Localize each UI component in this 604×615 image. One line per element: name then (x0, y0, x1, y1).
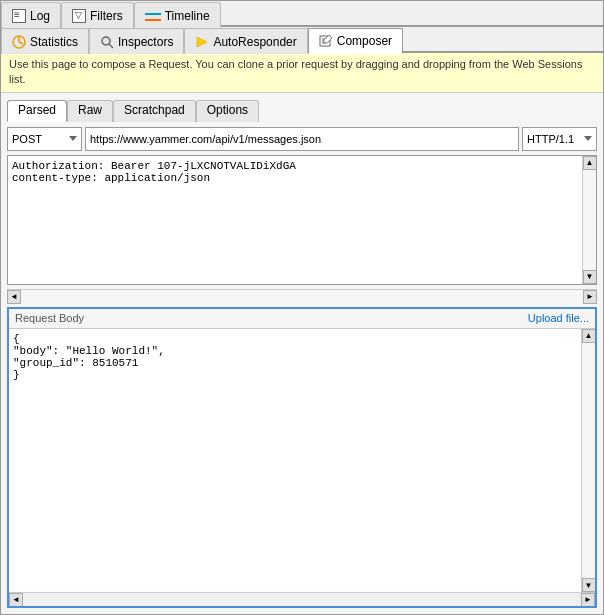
sub-tab-options[interactable]: Options (196, 100, 259, 122)
body-textarea[interactable] (9, 329, 581, 592)
body-scroll-track-v (582, 343, 595, 578)
tab-composer-label: Composer (337, 34, 392, 48)
body-scroll-down-arrow[interactable]: ▼ (582, 578, 596, 592)
svg-line-4 (109, 44, 113, 48)
tab-timeline-label: Timeline (165, 9, 210, 23)
filter-icon (72, 9, 86, 23)
body-scrollbar-h-row: ◄ ► (9, 592, 595, 606)
url-row: POST GET PUT DELETE HEAD PATCH HTTP/1.1 … (7, 127, 597, 151)
tab-filters[interactable]: Filters (61, 2, 134, 28)
stats-icon (12, 35, 26, 49)
info-bar: Use this page to compose a Request. You … (1, 53, 603, 93)
sub-tab-options-label: Options (207, 103, 248, 117)
sub-tab-scratchpad-label: Scratchpad (124, 103, 185, 117)
body-scroll-left-arrow[interactable]: ◄ (9, 593, 23, 607)
tab-filters-label: Filters (90, 9, 123, 23)
tab-autoresponder-label: AutoResponder (213, 35, 296, 49)
sub-tab-parsed[interactable]: Parsed (7, 100, 67, 122)
url-input[interactable] (85, 127, 519, 151)
sub-tab-row: Parsed Raw Scratchpad Options (7, 99, 597, 121)
scroll-up-arrow[interactable]: ▲ (583, 156, 597, 170)
tab-statistics[interactable]: Statistics (1, 28, 89, 54)
request-body-header: Request Body Upload file... (9, 309, 595, 329)
log-icon (12, 9, 26, 23)
tab-autoresponder[interactable]: AutoResponder (184, 28, 307, 54)
body-scrollbar-v[interactable]: ▲ ▼ (581, 329, 595, 592)
request-body-label: Request Body (15, 312, 84, 324)
scroll-left-arrow[interactable]: ◄ (7, 290, 21, 304)
scroll-track-v (583, 170, 596, 270)
body-scroll-track-h (23, 593, 581, 606)
headers-scrollbar-v[interactable]: ▲ ▼ (582, 156, 596, 284)
headers-scrollbar-h-row: ◄ ► (7, 289, 597, 303)
body-scroll-right-arrow[interactable]: ► (581, 593, 595, 607)
scroll-track-h (21, 290, 583, 303)
content-area: Parsed Raw Scratchpad Options POST GET P… (1, 93, 603, 614)
tab-row1-spacer (221, 1, 603, 26)
main-window: Log Filters Timeline (0, 0, 604, 615)
tab-inspectors-label: Inspectors (118, 35, 173, 49)
tab-row-2: Statistics Inspectors AutoResponder (1, 27, 603, 53)
timeline-icon (145, 11, 161, 23)
body-scroll-up-arrow[interactable]: ▲ (582, 329, 596, 343)
headers-textarea[interactable] (8, 156, 582, 284)
request-body-section: Request Body Upload file... ▲ ▼ ◄ ► (7, 307, 597, 608)
scroll-right-arrow[interactable]: ► (583, 290, 597, 304)
autoresponder-icon (195, 35, 209, 49)
sub-tab-parsed-label: Parsed (18, 103, 56, 117)
tab-log[interactable]: Log (1, 2, 61, 28)
body-content-area: ▲ ▼ (9, 329, 595, 592)
tab-composer[interactable]: Composer (308, 28, 403, 54)
tab-statistics-label: Statistics (30, 35, 78, 49)
info-bar-text: Use this page to compose a Request. You … (9, 58, 582, 85)
method-select[interactable]: POST GET PUT DELETE HEAD PATCH (7, 127, 82, 151)
composer-icon (319, 34, 333, 48)
tab-log-label: Log (30, 9, 50, 23)
headers-panel: ▲ ▼ (7, 155, 597, 285)
inspectors-icon (100, 35, 114, 49)
svg-marker-5 (197, 37, 207, 47)
svg-point-3 (102, 37, 110, 45)
sub-tab-scratchpad[interactable]: Scratchpad (113, 100, 196, 122)
tab-row-1: Log Filters Timeline (1, 1, 603, 27)
sub-tab-raw[interactable]: Raw (67, 100, 113, 122)
tab-inspectors[interactable]: Inspectors (89, 28, 184, 54)
upload-file-link[interactable]: Upload file... (528, 312, 589, 324)
scroll-down-arrow[interactable]: ▼ (583, 270, 597, 284)
protocol-select[interactable]: HTTP/1.1 HTTP/2 HTTPS (522, 127, 597, 151)
tab-row2-spacer (403, 27, 603, 52)
sub-tab-raw-label: Raw (78, 103, 102, 117)
tab-timeline[interactable]: Timeline (134, 2, 221, 28)
